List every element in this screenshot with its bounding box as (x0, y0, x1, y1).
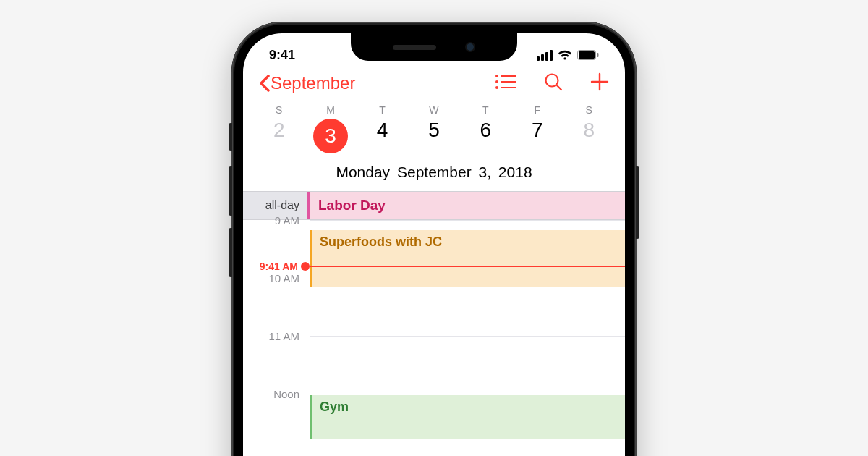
notch (351, 33, 517, 61)
now-label: 9:41 AM (243, 261, 302, 272)
chevron-left-icon (259, 75, 271, 92)
svg-point-9 (546, 75, 558, 87)
plus-icon (590, 72, 609, 91)
hour-label: 11 AM (243, 330, 307, 388)
week-day[interactable]: 5 (408, 119, 459, 153)
week-letter: W (408, 104, 459, 116)
week-letter: S (563, 104, 615, 116)
svg-rect-8 (501, 87, 516, 88)
week-day[interactable]: 7 (511, 119, 563, 153)
wifi-icon (558, 50, 572, 61)
svg-point-5 (495, 80, 498, 83)
back-label: September (271, 73, 355, 93)
status-time: 9:41 (269, 48, 295, 63)
current-time-indicator: 9:41 AM (243, 261, 625, 272)
week-letter: M (305, 104, 356, 116)
svg-point-3 (495, 75, 498, 77)
search-icon (544, 72, 563, 91)
week-letter: S (253, 104, 305, 116)
search-button[interactable] (544, 72, 563, 94)
calendar-event[interactable]: Gym (310, 395, 625, 439)
svg-rect-2 (597, 53, 599, 57)
battery-icon (577, 50, 599, 60)
list-view-button[interactable] (495, 74, 516, 93)
hour-label: 10 AM (243, 272, 307, 330)
list-icon (495, 74, 516, 90)
week-header: SMTWTFS (243, 98, 625, 116)
svg-line-10 (557, 85, 561, 90)
calendar-event[interactable]: Superfoods with JC (310, 230, 625, 287)
svg-rect-1 (579, 51, 595, 59)
date-title: Monday September 3, 2018 (243, 161, 625, 191)
cellular-icon (537, 50, 553, 61)
add-event-button[interactable] (590, 72, 609, 94)
timeline[interactable]: 9 AM10 AM11 AMNoonSuperfoods with JCGym9… (243, 220, 625, 452)
week-letter: T (357, 104, 408, 116)
week-day[interactable]: 4 (357, 119, 408, 153)
week-day[interactable]: 8 (563, 119, 615, 153)
hour-label: Noon (243, 388, 307, 446)
week-letter: T (460, 104, 511, 116)
week-day[interactable]: 6 (460, 119, 511, 153)
week-day[interactable]: 3 (305, 119, 356, 153)
hour-row: 10 AM (243, 278, 625, 336)
svg-point-7 (495, 86, 498, 89)
week-letter: F (511, 104, 563, 116)
svg-rect-4 (501, 75, 516, 77)
allday-event[interactable]: Labor Day (307, 192, 625, 219)
hour-row: 11 AM (243, 336, 625, 394)
back-button[interactable]: September (259, 73, 355, 93)
week-days[interactable]: 2345678 (243, 116, 625, 161)
week-day[interactable]: 2 (253, 119, 305, 153)
svg-rect-6 (501, 81, 516, 83)
